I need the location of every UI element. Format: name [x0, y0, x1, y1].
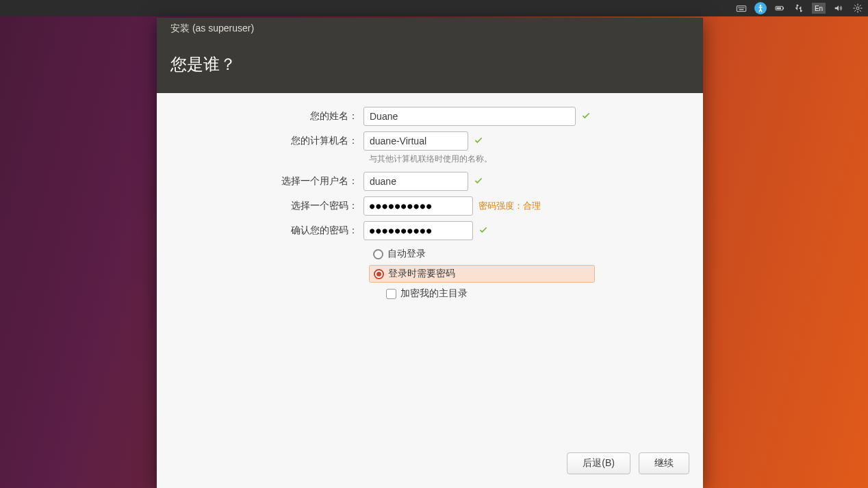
password-row: 选择一个密码： 密码强度：合理 — [170, 196, 621, 216]
form-content: 您的姓名： 您的计算机名： 与其他计算机联络时使用的名称。 选择一个用户名： — [157, 93, 703, 444]
require-password-option[interactable]: 登录时需要密码 — [369, 265, 595, 283]
svg-rect-4 — [742, 8, 743, 8]
window-footer: 后退(B) 继续 — [157, 444, 703, 488]
computer-input[interactable] — [363, 131, 468, 151]
password-strength: 密码强度：合理 — [478, 200, 541, 212]
username-input[interactable] — [363, 172, 468, 191]
battery-icon[interactable] — [774, 2, 786, 14]
confirm-input[interactable] — [363, 221, 473, 240]
name-label: 您的姓名： — [170, 110, 363, 123]
computer-valid-icon — [474, 136, 483, 147]
password-input[interactable] — [363, 196, 473, 216]
back-button[interactable]: 后退(B) — [567, 452, 630, 474]
svg-rect-9 — [783, 8, 784, 10]
system-topbar: En — [0, 0, 868, 16]
volume-icon[interactable] — [832, 2, 845, 14]
name-valid-icon — [581, 111, 591, 123]
username-valid-icon — [474, 176, 483, 188]
encrypt-home-checkbox[interactable] — [386, 289, 396, 299]
computer-label: 您的计算机名： — [170, 135, 363, 147]
auto-login-option[interactable]: 自动登录 — [369, 246, 621, 262]
page-heading-area: 您是谁？ — [157, 40, 703, 93]
radio-inner-dot — [376, 272, 381, 277]
computer-row: 您的计算机名： — [170, 131, 621, 151]
keyboard-icon[interactable] — [735, 2, 748, 14]
desktop-background: 安装 (as superuser) 您是谁？ 您的姓名： 您的计算机名： 与其他… — [0, 16, 868, 488]
name-row: 您的姓名： — [170, 107, 621, 126]
username-label: 选择一个用户名： — [170, 175, 363, 188]
require-password-label: 登录时需要密码 — [388, 268, 455, 280]
network-icon[interactable] — [793, 2, 805, 14]
page-title: 您是谁？ — [170, 55, 236, 73]
svg-rect-10 — [776, 8, 781, 10]
settings-gear-icon[interactable] — [852, 2, 864, 14]
svg-point-7 — [760, 5, 762, 7]
continue-button[interactable]: 继续 — [639, 452, 689, 474]
name-input[interactable] — [363, 107, 576, 126]
svg-rect-6 — [739, 9, 744, 10]
encrypt-home-label: 加密我的主目录 — [400, 287, 468, 300]
accessibility-icon[interactable] — [754, 2, 767, 14]
encrypt-home-option[interactable]: 加密我的主目录 — [369, 285, 621, 302]
password-label: 选择一个密码： — [170, 200, 363, 212]
auto-login-label: 自动登录 — [387, 248, 426, 260]
lang-text: En — [815, 5, 823, 12]
svg-rect-5 — [743, 8, 744, 8]
require-password-radio[interactable] — [374, 269, 384, 279]
confirm-row: 确认您的密码： — [170, 221, 621, 240]
svg-rect-2 — [739, 8, 740, 8]
window-titlebar[interactable]: 安装 (as superuser) — [157, 18, 703, 40]
svg-rect-3 — [741, 8, 741, 8]
svg-rect-1 — [738, 8, 739, 8]
installer-window: 安装 (as superuser) 您是谁？ 您的姓名： 您的计算机名： 与其他… — [157, 18, 703, 488]
computer-hint: 与其他计算机联络时使用的名称。 — [369, 153, 621, 165]
input-language-indicator[interactable]: En — [812, 3, 826, 14]
username-row: 选择一个用户名： — [170, 172, 621, 191]
svg-point-11 — [856, 7, 859, 10]
confirm-label: 确认您的密码： — [170, 224, 363, 237]
window-title: 安装 (as superuser) — [170, 23, 254, 34]
auto-login-radio[interactable] — [373, 249, 383, 259]
confirm-valid-icon — [478, 225, 488, 237]
svg-rect-0 — [737, 6, 745, 12]
